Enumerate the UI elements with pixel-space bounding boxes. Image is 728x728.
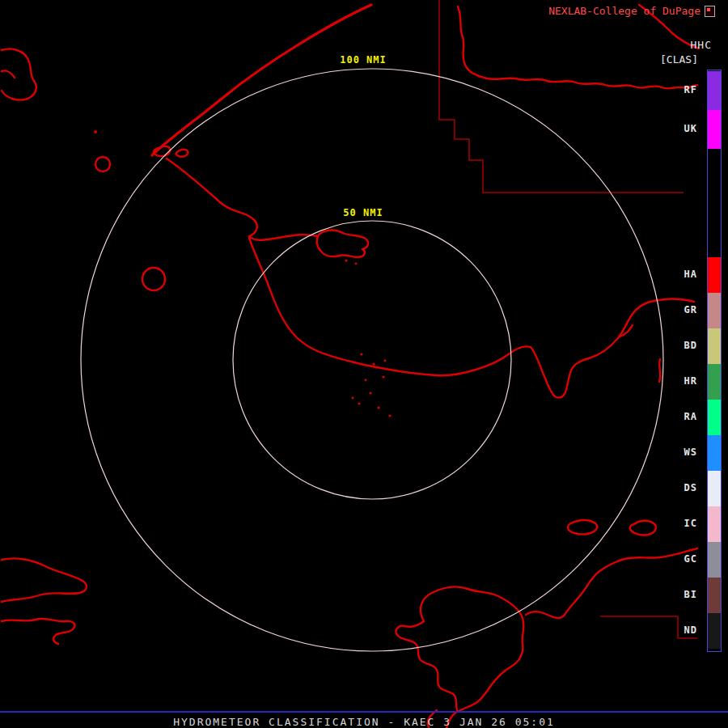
- zone-border-lines: [439, 0, 697, 638]
- product-mode-label: [CLAS]: [660, 53, 698, 66]
- brand-header: NEXLAB-College of DuPage: [548, 5, 715, 17]
- legend-label-bi: BI: [684, 589, 697, 600]
- range-ring-100nmi: [81, 69, 663, 651]
- island-oval-southeast: [630, 521, 656, 535]
- legend-label-ds: DS: [684, 482, 697, 493]
- legend-swatch-ha: [708, 257, 721, 293]
- legend-label-nd: ND: [684, 624, 697, 636]
- legend-swatch-uk: [708, 110, 721, 149]
- ring-label-50nmi: 50 NMI: [343, 207, 383, 218]
- bay-loop-south-left: [396, 621, 458, 712]
- legend-swatch-ds: [708, 471, 721, 506]
- island-circle-large: [142, 268, 165, 290]
- island-cluster-west-2: [176, 150, 188, 157]
- product-code-label: HHC: [691, 39, 712, 51]
- legend-label-rf: RF: [684, 84, 697, 95]
- coastline-south-main: [249, 238, 694, 398]
- legend-swatch-rf: [708, 71, 721, 110]
- legend-colorbar: [707, 70, 722, 652]
- range-ring-50nmi: [233, 221, 511, 499]
- coastline-northeast-squiggle: [458, 6, 697, 88]
- coastlines: [2, 5, 699, 728]
- border-steps-lower-right: [600, 616, 697, 638]
- border-steps-upper-right: [439, 0, 684, 193]
- legend-label-hr: HR: [684, 375, 697, 387]
- island-blob-southeast: [568, 520, 597, 535]
- legend-label-ws: WS: [684, 447, 697, 458]
- coastline-west-top-blob: [2, 49, 36, 99]
- statusbar-divider: [0, 711, 728, 713]
- legend-swatch-nd: [708, 613, 721, 649]
- peninsula-blob-center-north: [317, 231, 368, 258]
- island-circle-small: [95, 157, 110, 171]
- bay-loop-south-right: [421, 587, 523, 728]
- coastline-west-bottom-blob: [2, 558, 87, 602]
- legend-label-ra: RA: [684, 411, 697, 422]
- legend-label-gc: GC: [684, 553, 697, 565]
- inlet-squiggle-east: [659, 359, 660, 382]
- legend-swatch-hr: [708, 364, 721, 400]
- radar-map: 100 NMI 50 NMI: [0, 0, 728, 728]
- radar-screen: 100 NMI 50 NMI NEXLAB-College of DuPage …: [0, 0, 728, 728]
- brand-logo-icon: [705, 6, 715, 17]
- legend-swatch-ic: [708, 506, 721, 542]
- legend-label-gr: GR: [684, 304, 697, 315]
- legend-label-ha: HA: [684, 269, 697, 280]
- legend-swatch-bi: [708, 578, 721, 613]
- legend-swatch-ws: [708, 435, 721, 471]
- coastline-arc-northwest: [152, 5, 371, 155]
- legend-swatch-ra: [708, 400, 721, 435]
- legend-swatch-bd: [708, 328, 721, 364]
- brand-text: NEXLAB-College of DuPage: [548, 5, 700, 17]
- island-specks: [94, 130, 392, 417]
- coastline-west-bottom-squiggle: [2, 619, 74, 644]
- legend-swatch-gr: [708, 293, 721, 328]
- range-rings: [81, 69, 663, 651]
- legend-label-ic: IC: [684, 518, 697, 529]
- legend-swatch-gc: [708, 542, 721, 578]
- coastline-southeast: [526, 548, 697, 618]
- coastline-norton-north: [167, 159, 317, 240]
- ring-label-100nmi: 100 NMI: [340, 54, 387, 66]
- product-title: HYDROMETEOR CLASSIFICATION - KAEC 3 JAN …: [0, 716, 728, 728]
- legend-label-bd: BD: [684, 340, 697, 351]
- legend-label-uk: UK: [684, 123, 697, 134]
- coastline-west-top-detail: [2, 70, 15, 78]
